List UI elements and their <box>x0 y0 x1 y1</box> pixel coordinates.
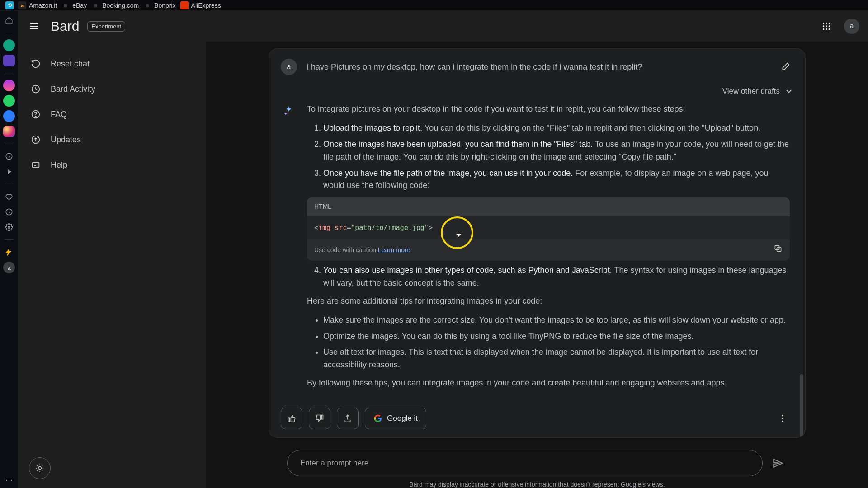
dock-app-icon[interactable] <box>3 191 15 202</box>
dock-app-icon[interactable] <box>3 126 15 137</box>
profile-avatar[interactable]: a <box>843 17 861 35</box>
svg-point-4 <box>826 23 827 24</box>
google-it-button[interactable]: Google it <box>365 408 426 429</box>
code-caution-text: Use code with caution. <box>314 245 378 255</box>
code-language-label: HTML <box>307 197 790 216</box>
svg-point-14 <box>35 116 36 117</box>
google-g-icon <box>373 414 382 423</box>
dock-app-icon[interactable] <box>3 206 15 218</box>
user-message: i have Pictures on my desktop, how can i… <box>307 61 767 73</box>
nav-sidebar: Reset chat Bard Activity FAQ Updates Hel… <box>18 42 206 488</box>
edit-prompt-button[interactable] <box>777 59 793 75</box>
send-button[interactable] <box>769 454 787 472</box>
dock-app-icon[interactable] <box>3 246 15 258</box>
dock-more-icon[interactable]: ⋯ <box>0 476 18 484</box>
thumbs-down-button[interactable] <box>309 408 330 429</box>
dock-app-icon[interactable] <box>3 95 15 107</box>
dock-app-icon[interactable] <box>3 221 15 233</box>
bookmark-label: Bonprix <box>154 2 175 9</box>
bookmark-item[interactable]: AliExpress <box>180 1 221 9</box>
dock-app-icon[interactable] <box>3 55 15 66</box>
bookmark-item[interactable]: 🗎Booking.com <box>91 1 139 9</box>
svg-point-22 <box>782 421 783 422</box>
sidebar-dock: a ⋯ <box>0 11 18 488</box>
sidebar-item-help[interactable]: Help <box>22 154 203 176</box>
google-apps-button[interactable] <box>817 17 835 35</box>
sidebar-item-label: Reset chat <box>51 59 90 69</box>
dock-app-icon[interactable] <box>3 150 15 162</box>
sidebar-item-updates[interactable]: Updates <box>22 128 203 151</box>
dock-app-icon[interactable] <box>3 110 15 122</box>
sidebar-item-label: Updates <box>51 135 81 145</box>
conversation-thread: a i have Pictures on my desktop, how can… <box>269 49 805 437</box>
code-content: <img src="path/to/image.jpg"> <box>307 216 790 239</box>
bookmark-item[interactable]: 🗎eBay <box>61 1 87 9</box>
bookmark-item[interactable]: ⟲ <box>5 1 14 9</box>
bard-avatar-icon <box>281 103 297 119</box>
chevron-down-icon <box>784 87 793 96</box>
assistant-response: To integrate pictures on your desktop in… <box>307 103 790 396</box>
prompt-input-container[interactable] <box>287 450 763 476</box>
app-header: Bard Experiment a <box>18 11 868 42</box>
dock-app-icon[interactable] <box>3 39 15 51</box>
sidebar-item-label: FAQ <box>51 110 67 119</box>
bookmark-item[interactable]: 🗎Bonprix <box>143 1 175 9</box>
svg-point-2 <box>8 226 10 229</box>
theme-toggle-button[interactable] <box>29 457 51 479</box>
dock-app-icon[interactable] <box>3 80 15 91</box>
google-it-label: Google it <box>387 414 418 423</box>
svg-point-5 <box>829 23 830 24</box>
bookmark-label: AliExpress <box>191 2 221 9</box>
user-avatar: a <box>281 59 297 75</box>
code-block: HTML <img src="path/to/image.jpg"> Use c… <box>307 197 790 261</box>
sidebar-item-faq[interactable]: FAQ <box>22 103 203 126</box>
share-button[interactable] <box>337 408 359 429</box>
prompt-input[interactable] <box>300 459 750 468</box>
sidebar-item-reset-chat[interactable]: Reset chat <box>22 52 203 75</box>
svg-point-8 <box>829 25 830 27</box>
svg-point-9 <box>823 28 825 30</box>
menu-button[interactable] <box>25 17 43 35</box>
svg-point-21 <box>782 418 783 419</box>
dock-app-icon[interactable]: a <box>3 262 15 273</box>
sidebar-item-label: Help <box>51 160 67 170</box>
more-options-button[interactable] <box>772 408 793 429</box>
bookmark-label: Amazon.it <box>29 2 57 9</box>
copy-code-button[interactable] <box>774 244 783 256</box>
dock-app-icon[interactable] <box>3 166 15 178</box>
bookmark-label: eBay <box>72 2 87 9</box>
svg-point-10 <box>826 28 827 30</box>
view-other-drafts-label: View other drafts <box>722 87 780 96</box>
app-title: Bard <box>51 19 79 34</box>
svg-point-7 <box>826 25 827 27</box>
bookmark-label: Booking.com <box>102 2 139 9</box>
bookmark-item[interactable]: aAmazon.it <box>18 1 57 9</box>
svg-point-20 <box>782 415 783 417</box>
disclaimer-text: Bard may display inaccurate or offensive… <box>409 481 665 488</box>
thumbs-up-button[interactable] <box>281 408 302 429</box>
sidebar-item-label: Bard Activity <box>51 84 95 94</box>
learn-more-link[interactable]: Learn more <box>378 245 410 255</box>
svg-point-3 <box>823 23 825 24</box>
view-other-drafts-button[interactable]: View other drafts <box>722 87 793 96</box>
svg-rect-16 <box>33 163 39 168</box>
svg-point-11 <box>829 28 830 30</box>
browser-bookmarks-bar: ⟲ aAmazon.it 🗎eBay 🗎Booking.com 🗎Bonprix… <box>0 0 868 11</box>
svg-point-17 <box>38 467 42 470</box>
scrollbar-thumb[interactable] <box>800 374 803 437</box>
sidebar-item-activity[interactable]: Bard Activity <box>22 78 203 100</box>
svg-point-6 <box>823 25 825 27</box>
experiment-badge: Experiment <box>87 21 125 32</box>
dock-app-icon[interactable] <box>3 14 15 26</box>
